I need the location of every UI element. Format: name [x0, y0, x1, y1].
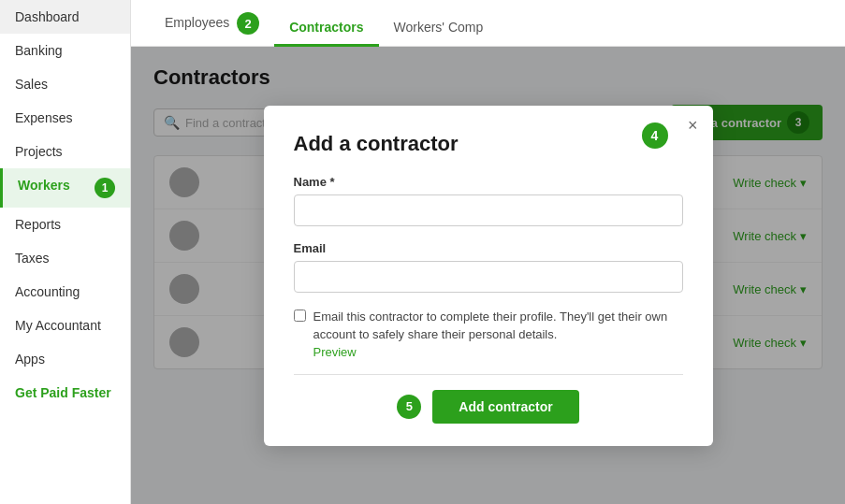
modal-divider: [294, 374, 683, 375]
email-checkbox[interactable]: [294, 310, 306, 322]
tabs-bar: Employees 2 Contractors Workers' Comp: [131, 0, 845, 47]
email-checkbox-group: Email this contractor to complete their …: [294, 308, 683, 359]
sidebar-item-taxes[interactable]: Taxes: [0, 241, 130, 275]
add-contractor-modal: × Add a contractor 4 Name * Email: [264, 106, 713, 446]
sidebar-item-banking[interactable]: Banking: [0, 34, 130, 67]
main-content: Employees 2 Contractors Workers' Comp Co…: [131, 0, 845, 504]
sidebar-item-my-accountant[interactable]: My Accountant: [0, 309, 130, 342]
email-input[interactable]: [294, 261, 683, 293]
sidebar-item-sales[interactable]: Sales: [0, 67, 130, 101]
modal-badge-5: 5: [397, 395, 421, 419]
sidebar-item-projects[interactable]: Projects: [0, 135, 130, 168]
email-field-group: Email: [294, 241, 683, 293]
tab-employees[interactable]: Employees 2: [150, 3, 274, 47]
modal-badge-4: 4: [642, 122, 668, 149]
modal-title: Add a contractor: [294, 132, 683, 156]
checkbox-label: Email this contractor to complete their …: [313, 310, 668, 342]
name-input[interactable]: [294, 194, 683, 226]
sidebar-item-get-paid-faster[interactable]: Get Paid Faster: [0, 376, 130, 410]
employees-badge: 2: [237, 12, 259, 35]
sidebar-item-apps[interactable]: Apps: [0, 342, 130, 376]
content-area: Contractors 🔍 Find a contractor Active ▾…: [131, 47, 845, 504]
sidebar: Dashboard Banking Sales Expenses Project…: [0, 0, 131, 504]
email-label: Email: [294, 241, 683, 255]
tab-workers-comp[interactable]: Workers' Comp: [379, 10, 499, 47]
sidebar-item-reports[interactable]: Reports: [0, 208, 130, 241]
name-field-group: Name *: [294, 175, 683, 226]
workers-badge: 1: [95, 178, 115, 198]
sidebar-item-accounting[interactable]: Accounting: [0, 275, 130, 309]
modal-overlay[interactable]: × Add a contractor 4 Name * Email: [131, 47, 845, 504]
sidebar-item-dashboard[interactable]: Dashboard: [0, 0, 130, 34]
preview-link[interactable]: Preview: [313, 345, 357, 359]
tab-contractors[interactable]: Contractors: [274, 10, 378, 47]
sidebar-item-workers[interactable]: Workers 1: [0, 168, 130, 208]
sidebar-item-expenses[interactable]: Expenses: [0, 101, 130, 135]
modal-close-button[interactable]: ×: [688, 117, 698, 134]
modal-footer: 5 Add contractor: [294, 390, 683, 424]
name-label: Name *: [294, 175, 683, 189]
add-contractor-submit-button[interactable]: Add contractor: [432, 390, 578, 424]
